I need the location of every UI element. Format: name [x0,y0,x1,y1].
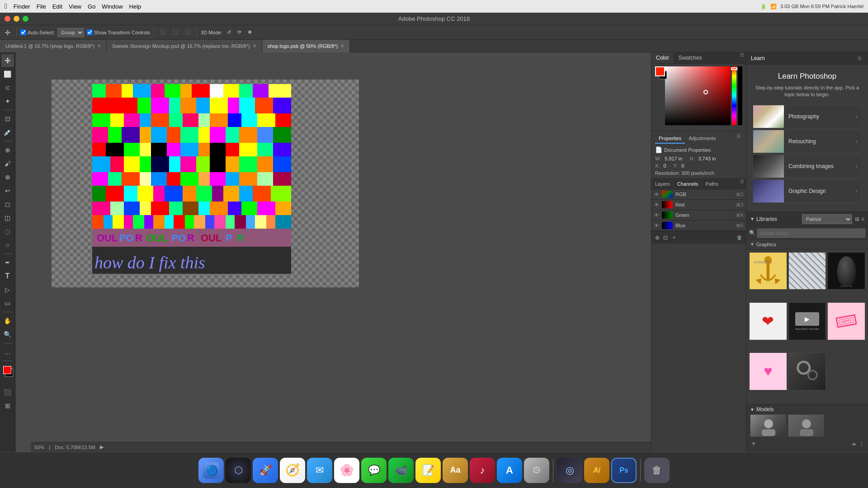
gradient-tool[interactable]: ◫ [1,211,14,224]
tab-paths[interactable]: Paths [702,179,722,189]
eye-green[interactable]: 👁 [654,212,659,218]
extra-tools[interactable]: … [1,346,14,358]
tab-shoplogo[interactable]: shop logo.psb @ 50% (RGB/8*) ✕ [262,40,350,52]
panel-menu-btn[interactable]: ☰ [738,52,746,63]
menu-view[interactable]: View [69,3,81,10]
create-group-btn[interactable]: ⊡ [662,233,669,242]
move-tool-btn[interactable] [3,28,13,37]
color-picker-dot[interactable] [703,90,708,94]
graphic-item-happy[interactable]: HAPPY [827,302,865,340]
libraries-grid-btn[interactable]: ⊞ [855,216,859,222]
channel-row-blue[interactable]: 👁 Blue ⌘5 [651,221,746,231]
type-tool[interactable]: T [1,270,14,282]
crop-tool[interactable]: ⊡ [1,113,14,125]
foreground-bg-color[interactable] [1,365,14,378]
graphic-item-gears[interactable] [788,352,826,390]
tab-sweets[interactable]: Sweets Storesign Mockup.psd @ 16.7% (rep… [107,40,262,52]
graphic-item-heart-pink[interactable]: ♥ [749,352,787,390]
menu-window[interactable]: Window [102,3,123,10]
create-layer-btn[interactable]: ＋ [670,233,678,242]
menu-help[interactable]: Help [129,3,142,10]
align-top-btn[interactable]: ⬛ [158,28,168,36]
library-search-input[interactable] [757,229,865,238]
shape-tool[interactable]: ▭ [1,297,14,310]
brush-tool[interactable]: 🖌 [1,157,14,170]
status-arrow[interactable]: ▶ [100,444,104,450]
graphic-item-next-brick-youtube[interactable]: ▶ Next Brick YouTube [788,302,826,340]
align-bottom-btn[interactable]: ⬛ [183,28,193,36]
spot-heal-tool[interactable]: ⊕ [1,144,14,156]
channel-row-red[interactable]: 👁 Red ⌘3 [651,200,746,210]
menu-finder[interactable]: Finder [14,3,30,10]
dock-messages[interactable]: 💬 [361,458,387,483]
graphic-item-pattern[interactable] [788,252,826,290]
3d-rotate-btn[interactable]: ↺ [225,28,233,36]
dock-photoshop[interactable]: Ps [611,458,637,483]
menu-edit[interactable]: Edit [52,3,62,10]
eraser-tool[interactable]: ◻ [1,198,14,211]
auto-select-checkbox[interactable] [20,29,26,35]
channel-row-green[interactable]: 👁 Green ⌘4 [651,210,746,221]
select-rect-tool[interactable]: ⬜ [1,68,14,80]
add-fill-layer-btn[interactable]: ⊕ [654,233,660,242]
close-button[interactable] [5,16,10,22]
dock-appstore[interactable]: A [497,458,522,483]
dock-itunes[interactable]: ♪ [470,458,495,483]
dock-siri[interactable]: ⬡ [226,458,251,483]
dock-sysprefs[interactable]: ⚙ [524,458,549,483]
color-gradient-picker[interactable] [665,66,731,125]
library-menu-btn[interactable]: ⋮ [859,441,864,447]
canvas-area[interactable]: OUL PO R OUL PO R OUL P R how do I fix t… [15,52,651,452]
eyedropper-tool[interactable]: 💉 [1,126,14,139]
lasso-tool[interactable]: ⊂ [1,81,14,94]
transform-controls-checkbox[interactable] [87,29,93,35]
hue-slider[interactable] [732,66,736,125]
zoom-tool[interactable]: 🔍 [1,328,14,341]
dock-facetime[interactable]: 📹 [388,458,414,483]
dock-launchpad[interactable]: 🚀 [253,458,278,483]
magic-wand-tool[interactable]: ✦ [1,95,14,108]
graphic-item-austin-run[interactable]: austin run [827,252,865,290]
hand-tool[interactable]: ✋ [1,314,14,327]
dodge-tool[interactable]: ○ [1,239,14,251]
delete-layer-btn[interactable]: 🗑 [736,233,743,242]
model-thumb-1[interactable] [750,414,786,437]
blur-tool[interactable]: ◌ [1,225,14,238]
maximize-button[interactable] [23,16,28,22]
history-brush-tool[interactable]: ↩ [1,184,14,197]
eye-blue[interactable]: 👁 [654,223,659,228]
3d-roll-btn[interactable]: ⟳ [236,28,243,36]
layers-menu-btn[interactable]: ☰ [738,179,746,189]
libraries-list-btn[interactable]: ≡ [861,216,864,222]
tab-swatches[interactable]: Swatches [674,52,707,63]
dock-finder[interactable]: 🔵 [198,458,224,483]
add-library-btn[interactable]: ＋ [750,439,757,448]
tab-properties[interactable]: Properties [655,134,685,144]
tab-color[interactable]: Color [651,52,674,63]
eye-rgb[interactable]: 👁 [654,192,659,197]
tab-untitled[interactable]: Untitled-1 @ 16.7% (shop logo, RGB/8*) ✕ [0,40,107,52]
channel-row-rgb[interactable]: 👁 RGB ⌘2 [651,189,746,200]
clone-stamp-tool[interactable]: ⊗ [1,171,14,183]
learn-item-combining[interactable]: Combining Images › [753,155,862,178]
dock-photos[interactable]: 🌸 [334,458,359,483]
eye-red[interactable]: 👁 [654,202,659,207]
learn-tab-label[interactable]: Learn [751,55,765,61]
menu-file[interactable]: File [37,3,46,10]
learn-item-retouching[interactable]: Retouching › [753,130,862,153]
pen-tool[interactable]: ✒ [1,256,14,269]
graphic-item-artwork2[interactable]: Artwork 2 [749,252,787,290]
learn-item-photography[interactable]: Photography › [753,105,862,128]
model-thumb-2[interactable] [788,414,824,437]
learn-item-graphic[interactable]: Graphic Design › [753,179,862,203]
tab-untitled-close[interactable]: ✕ [97,43,101,48]
libraries-collapse-arrow[interactable]: ▼ [750,216,755,221]
screen-mode[interactable]: ⊞ [1,399,14,412]
dock-dictionary[interactable]: Aa [443,458,468,483]
graphic-item-heart-red[interactable]: ❤ [749,302,787,340]
props-menu-btn[interactable]: ☰ [735,134,742,144]
3d-pan-btn[interactable]: ✥ [246,28,254,36]
dock-trash[interactable]: 🗑 [644,458,670,483]
path-selection-tool[interactable]: ▷ [1,283,14,296]
learn-menu-btn[interactable]: ☰ [856,56,863,61]
